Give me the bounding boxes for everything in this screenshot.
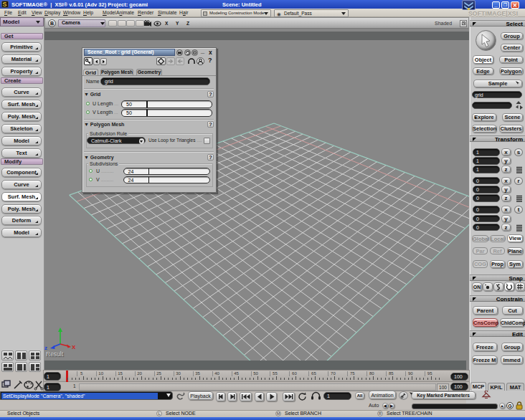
svg-text:X: X xyxy=(72,344,76,350)
svg-text:z: z xyxy=(44,345,47,350)
